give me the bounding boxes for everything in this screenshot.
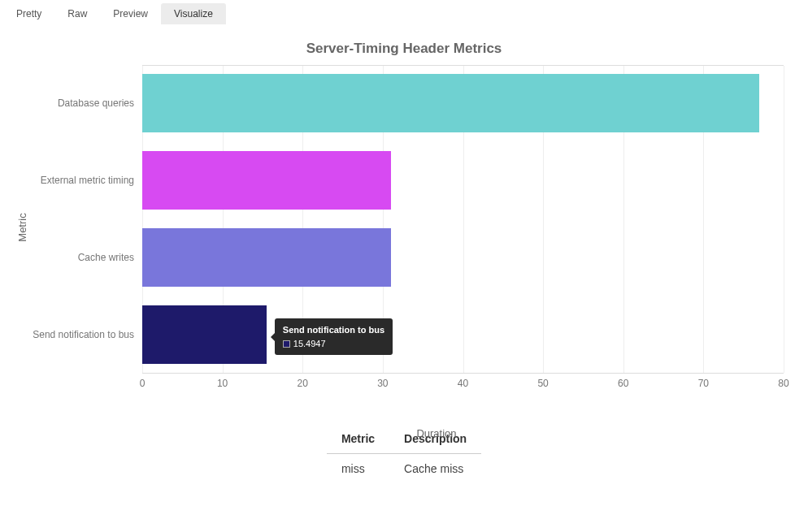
chart-title: Server-Timing Header Metrics <box>0 41 808 57</box>
bar-row: External metric timing <box>142 151 784 210</box>
tooltip-value: 15.4947 <box>293 339 326 348</box>
category-label: External metric timing <box>41 175 134 186</box>
x-tick: 60 <box>618 378 628 389</box>
bar[interactable] <box>142 74 759 132</box>
y-axis-label: Metric <box>16 213 28 241</box>
bar-row: Cache writes <box>142 228 784 287</box>
x-tick: 80 <box>778 378 788 389</box>
bar-row: Database queries <box>142 74 784 132</box>
gridline <box>784 66 784 373</box>
tooltip-title: Send notification to bus <box>283 323 384 337</box>
x-tick: 0 <box>140 378 146 389</box>
cell-description: Cache miss <box>389 454 481 484</box>
bar[interactable] <box>142 228 391 287</box>
cell-metric: miss <box>327 454 389 484</box>
tab-pretty[interactable]: Pretty <box>3 3 54 24</box>
chart-tooltip: Send notification to bus15.4947 <box>275 318 393 355</box>
x-tick: 70 <box>698 378 709 389</box>
x-axis-ticks: 01020304050607080 <box>142 378 784 394</box>
bar-row: Send notification to bus <box>142 305 784 364</box>
bar[interactable] <box>142 305 267 364</box>
bar[interactable] <box>142 151 391 210</box>
tab-preview[interactable]: Preview <box>100 3 161 24</box>
tooltip-swatch <box>283 340 290 348</box>
table-row: miss Cache miss <box>327 454 481 484</box>
x-tick: 40 <box>458 378 468 389</box>
x-axis-label: Duration <box>81 427 792 439</box>
chart-area: Metric Database queriesExternal metric t… <box>16 65 792 390</box>
x-tick: 10 <box>217 378 228 389</box>
category-label: Cache writes <box>78 252 134 263</box>
tab-raw[interactable]: Raw <box>54 3 100 24</box>
x-tick: 50 <box>537 378 548 389</box>
category-label: Database queries <box>58 97 134 109</box>
x-tick: 30 <box>377 378 388 389</box>
tab-visualize[interactable]: Visualize <box>161 3 226 24</box>
chart-plot: Database queriesExternal metric timingCa… <box>142 65 784 374</box>
category-label: Send notification to bus <box>33 329 134 340</box>
view-tabs: Pretty Raw Preview Visualize <box>0 0 808 24</box>
x-tick: 20 <box>298 378 308 389</box>
